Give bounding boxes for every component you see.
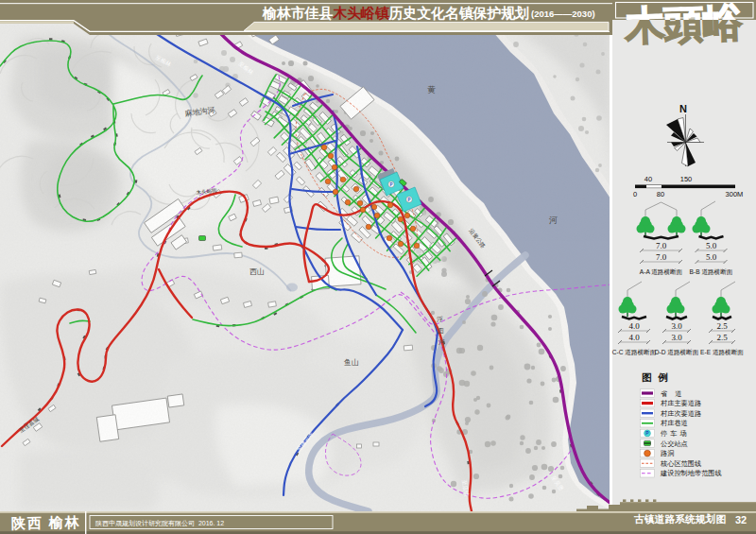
svg-text:村庄巷道: 村庄巷道 — [661, 419, 688, 427]
svg-text:7.0: 7.0 — [656, 241, 667, 250]
svg-text:N: N — [679, 103, 687, 114]
svg-text:古镇道路系统规划图: 古镇道路系统规划图 — [633, 513, 726, 525]
svg-text:村庄主要道路: 村庄主要道路 — [661, 399, 701, 407]
svg-text:80: 80 — [657, 190, 664, 198]
svg-text:路洞: 路洞 — [661, 449, 674, 457]
svg-text:150: 150 — [680, 175, 693, 183]
svg-text:B-B 道路横断面: B-B 道路横断面 — [690, 268, 733, 276]
svg-text:图例: 图例 — [642, 371, 675, 383]
svg-text:C-C 道路横断面: C-C 道路横断面 — [612, 349, 657, 356]
svg-text:0: 0 — [633, 190, 637, 198]
svg-text:陕西 榆林: 陕西 榆林 — [11, 515, 81, 531]
svg-text:4.0: 4.0 — [628, 321, 640, 331]
svg-text:7.0: 7.0 — [656, 252, 667, 262]
svg-text:停车场: 停车场 — [661, 429, 687, 438]
svg-text:核心区范围线: 核心区范围线 — [660, 459, 701, 468]
svg-text:建设控制地带范围线: 建设控制地带范围线 — [660, 469, 722, 477]
svg-text:D-D 道路横断面: D-D 道路横断面 — [655, 349, 699, 356]
svg-text:A-A 道路横断面: A-A 道路横断面 — [640, 268, 683, 276]
svg-text:(2016——2030): (2016——2030) — [531, 9, 595, 19]
svg-text:2.5: 2.5 — [716, 321, 728, 331]
svg-text:陕西中晟规划设计研究院有限公司 2016. 12: 陕西中晟规划设计研究院有限公司 2016. 12 — [95, 520, 224, 527]
svg-text:村庄次要道路: 村庄次要道路 — [661, 409, 701, 418]
svg-text:5.0: 5.0 — [706, 241, 717, 250]
svg-text:3.0: 3.0 — [671, 321, 682, 331]
svg-text:公交站点: 公交站点 — [661, 439, 688, 448]
svg-text:2.5: 2.5 — [716, 333, 728, 342]
svg-text:E-E 道路横断面: E-E 道路横断面 — [700, 349, 744, 356]
svg-text:300M: 300M — [726, 190, 744, 198]
svg-text:4.0: 4.0 — [628, 333, 640, 342]
svg-text:5.0: 5.0 — [706, 252, 717, 262]
svg-text:榆林市佳县木头峪镇历史文化名镇保护规划: 榆林市佳县木头峪镇历史文化名镇保护规划 — [262, 5, 529, 21]
svg-text:32: 32 — [735, 514, 747, 525]
svg-text:40: 40 — [644, 175, 652, 183]
svg-text:3.0: 3.0 — [671, 333, 682, 342]
